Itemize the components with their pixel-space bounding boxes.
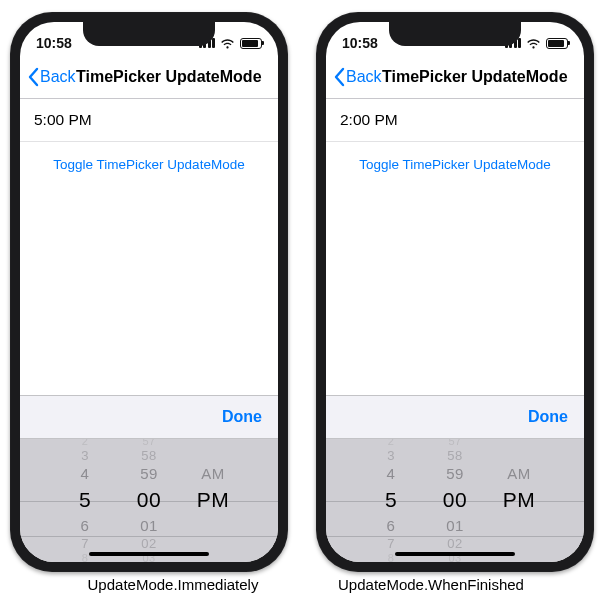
time-picker-field[interactable]: 5:00 PM (20, 99, 278, 142)
chevron-left-icon (332, 67, 346, 87)
back-button[interactable]: Back (26, 67, 76, 87)
phone-mockup-right: 10:58 Back TimePicker UpdateMode (316, 12, 594, 572)
back-button[interactable]: Back (332, 67, 382, 87)
accessory-toolbar: Done (20, 395, 278, 439)
selected-time-label: 2:00 PM (340, 111, 398, 129)
time-picker-wheel[interactable]: 2 3 4 5 6 7 8 57 58 59 00 01 02 (20, 439, 278, 562)
toggle-updatemode-button[interactable]: Toggle TimePicker UpdateMode (20, 142, 278, 186)
selected-time-label: 5:00 PM (34, 111, 92, 129)
navigation-bar: Back TimePicker UpdateMode (326, 56, 584, 99)
back-label: Back (40, 68, 76, 86)
back-label: Back (346, 68, 382, 86)
status-time: 10:58 (36, 35, 72, 51)
hour-column[interactable]: 2 3 4 5 6 7 8 (369, 439, 413, 562)
period-column[interactable]: AM PM (191, 439, 235, 562)
caption-right: UpdateMode.WhenFinished (302, 576, 560, 593)
navigation-bar: Back TimePicker UpdateMode (20, 56, 278, 99)
screen: 10:58 Back TimePicker UpdateMode (20, 22, 278, 562)
screen: 10:58 Back TimePicker UpdateMode (326, 22, 584, 562)
phone-mockup-left: 10:58 Back TimePicker UpdateMode (10, 12, 288, 572)
battery-icon (240, 38, 262, 49)
done-button[interactable]: Done (528, 408, 568, 426)
status-time: 10:58 (342, 35, 378, 51)
notch (83, 22, 215, 46)
caption-left: UpdateMode.Immediately (44, 576, 302, 593)
page-title: TimePicker UpdateMode (382, 68, 568, 86)
battery-icon (546, 38, 568, 49)
content-area: 5:00 PM Toggle TimePicker UpdateMode (20, 99, 278, 395)
period-column[interactable]: AM PM (497, 439, 541, 562)
page-title: TimePicker UpdateMode (76, 68, 262, 86)
wifi-icon (220, 38, 235, 49)
toggle-updatemode-button[interactable]: Toggle TimePicker UpdateMode (326, 142, 584, 186)
notch (389, 22, 521, 46)
toggle-label: Toggle TimePicker UpdateMode (53, 157, 244, 172)
minute-column[interactable]: 57 58 59 00 01 02 03 (433, 439, 477, 562)
content-area: 2:00 PM Toggle TimePicker UpdateMode (326, 99, 584, 395)
wifi-icon (526, 38, 541, 49)
hour-column[interactable]: 2 3 4 5 6 7 8 (63, 439, 107, 562)
time-picker-field[interactable]: 2:00 PM (326, 99, 584, 142)
home-indicator (395, 552, 515, 556)
toggle-label: Toggle TimePicker UpdateMode (359, 157, 550, 172)
accessory-toolbar: Done (326, 395, 584, 439)
home-indicator (89, 552, 209, 556)
chevron-left-icon (26, 67, 40, 87)
time-picker-wheel[interactable]: 2 3 4 5 6 7 8 57 58 59 00 01 02 (326, 439, 584, 562)
done-button[interactable]: Done (222, 408, 262, 426)
minute-column[interactable]: 57 58 59 00 01 02 03 (127, 439, 171, 562)
